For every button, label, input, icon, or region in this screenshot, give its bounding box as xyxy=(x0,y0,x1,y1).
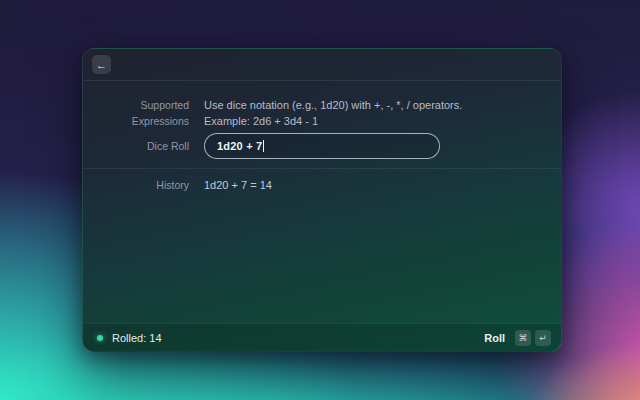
dice-roll-input[interactable]: 1d20 + 7 xyxy=(204,133,440,159)
supported-expressions-row: Supported Expressions Use dice notation … xyxy=(83,97,561,129)
history-label: History xyxy=(83,177,189,193)
history-entry: 1d20 + 7 = 14 xyxy=(204,177,561,193)
dice-roll-input-value: 1d20 + 7 xyxy=(217,140,262,152)
supported-expressions-label: Supported Expressions xyxy=(83,97,189,129)
text-cursor xyxy=(263,140,264,152)
status-dot-icon xyxy=(97,335,103,341)
action-bar: Rolled: 14 Roll ⌘ ↵ xyxy=(83,323,561,351)
dice-roller-window: ← Supported Expressions Use dice notatio… xyxy=(82,48,562,352)
status-text: Rolled: 14 xyxy=(112,332,162,344)
supported-expressions-description: Use dice notation (e.g., 1d20) with +, -… xyxy=(204,97,561,113)
enter-key-icon: ↵ xyxy=(535,330,551,346)
back-arrow-icon: ← xyxy=(96,56,107,74)
back-button[interactable]: ← xyxy=(92,55,111,74)
form-body: Supported Expressions Use dice notation … xyxy=(83,81,561,323)
dice-roll-label: Dice Roll xyxy=(83,133,189,159)
command-key-icon: ⌘ xyxy=(515,330,531,346)
roll-action-label[interactable]: Roll xyxy=(484,332,505,344)
dice-roll-row: Dice Roll 1d20 + 7 xyxy=(83,133,561,159)
supported-expressions-example: Example: 2d6 + 3d4 - 1 xyxy=(204,113,561,129)
primary-action: Roll ⌘ ↵ xyxy=(484,330,551,346)
section-divider xyxy=(83,168,561,169)
window-header: ← xyxy=(83,49,561,81)
history-row: History 1d20 + 7 = 14 xyxy=(83,177,561,193)
